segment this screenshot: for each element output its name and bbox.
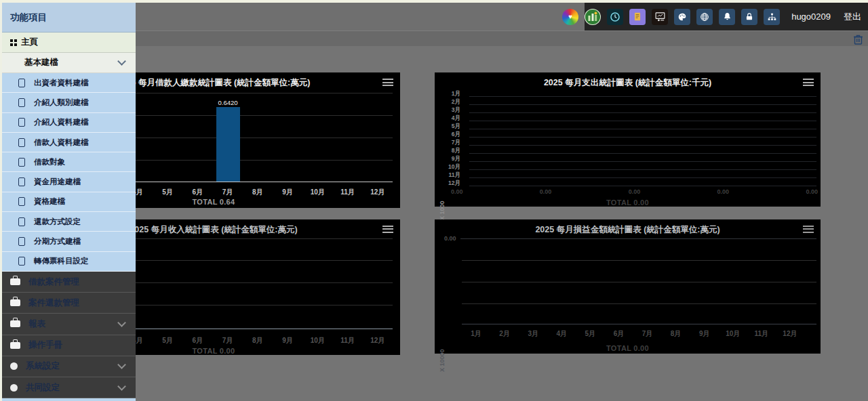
briefcase-icon: [10, 278, 20, 285]
x-tick-label: 0.00: [806, 188, 818, 195]
topbar-icons: ♥: [562, 9, 780, 25]
x-tick-label: 11月: [333, 188, 363, 197]
sidebar-item[interactable]: 介紹人資料建檔: [2, 113, 136, 133]
lock-icon[interactable]: [741, 9, 757, 25]
form-icon: [18, 79, 25, 87]
y-tick-label: 8月: [443, 147, 460, 154]
x-axis-labels: 1月2月3月4月5月6月7月8月9月10月11月12月: [462, 329, 804, 339]
scroll-icon[interactable]: [629, 9, 646, 25]
sidebar-item[interactable]: 還款方式設定: [2, 212, 136, 232]
x-tick-label: 8月: [662, 329, 690, 339]
sidebar-item[interactable]: 分期方式建檔: [2, 232, 136, 251]
chevron-down-icon: [117, 57, 126, 66]
x-tick-label: 12月: [363, 336, 393, 345]
chart-menu-icon[interactable]: [803, 79, 814, 86]
sidebar-item-label: 轉傳票科目設定: [34, 256, 89, 266]
x-tick-label: 0.00: [451, 188, 463, 195]
category-row: 9月: [443, 154, 816, 162]
sidebar-item[interactable]: 介紹人類別建檔: [2, 93, 136, 112]
y-tick-label: 1月: [443, 90, 460, 97]
x-tick-label: 12月: [776, 329, 804, 339]
briefcase-icon: [10, 342, 20, 349]
chart-total: TOTAL 0.00: [435, 198, 821, 207]
colorful-globe-icon[interactable]: ♥: [562, 9, 578, 25]
sidebar-item[interactable]: 主頁: [2, 33, 136, 53]
sidebar-item[interactable]: 操作手冊: [2, 335, 136, 356]
sidebar-item-label: 出資者資料建檔: [34, 78, 89, 88]
chart-menu-icon[interactable]: [382, 226, 393, 233]
sidebar-item-label: 共同設定: [26, 382, 60, 394]
x-tick-label: 2月: [490, 329, 519, 339]
chevron-down-icon: [117, 360, 126, 369]
category-row: 6月: [443, 129, 816, 138]
gridline: [469, 96, 816, 97]
sidebar-item[interactable]: 借款案件管理: [2, 272, 136, 293]
chart-title: 2025 每月損益金額統計圖表 (統計金額單位:萬元): [435, 224, 821, 236]
username[interactable]: hugo0209: [791, 12, 831, 22]
x-tick-label: 5月: [153, 188, 182, 197]
sitemap-icon[interactable]: [764, 9, 780, 25]
sidebar-item[interactable]: 借款對象: [2, 152, 136, 172]
x-tick-label: 8月: [243, 188, 273, 197]
x-tick-label: 1月: [462, 329, 490, 339]
sidebar-item-label: 主頁: [21, 37, 38, 48]
x-tick-label: 7月: [633, 329, 661, 339]
green-bank-icon[interactable]: [585, 9, 601, 25]
sidebar-item-label: 介紹人資料建檔: [34, 117, 89, 127]
sidebar-item[interactable]: 基本建檔: [2, 53, 136, 73]
y-tick-label: 4月: [443, 114, 460, 121]
sidebar-item[interactable]: 報表: [2, 314, 136, 335]
x-tick-label: 11月: [747, 329, 776, 339]
x-tick-label: 5月: [153, 336, 182, 345]
globe-icon[interactable]: [696, 9, 713, 25]
y-tick-label: 10月: [443, 163, 460, 170]
sidebar-item[interactable]: 借款人資料建檔: [2, 133, 136, 152]
briefcase-icon: [10, 320, 20, 327]
july-bar[interactable]: [216, 107, 240, 182]
category-row: 12月: [443, 178, 816, 186]
gridline: [469, 121, 816, 121]
palette-icon[interactable]: [674, 9, 690, 25]
category-row: 5月: [443, 121, 816, 129]
grid-icon: [10, 39, 13, 42]
chart-title: 2025 每月支出統計圖表 (統計金額單位:千元): [435, 77, 821, 89]
sidebar-item[interactable]: 資金用途建檔: [2, 172, 136, 192]
form-icon: [18, 257, 25, 266]
presentation-icon[interactable]: [652, 9, 668, 25]
form-icon: [18, 98, 25, 107]
logout-button[interactable]: 登出: [844, 11, 861, 23]
sidebar-title: 功能項目: [2, 3, 136, 33]
category-row: 4月: [443, 113, 816, 121]
category-row: 3月: [443, 105, 816, 113]
sidebar-item[interactable]: 轉傳票科目設定: [2, 252, 136, 272]
chevron-down-icon: [117, 382, 126, 391]
gridline: [469, 129, 816, 129]
bar-value-label: 0.6420: [216, 99, 240, 106]
bell-icon[interactable]: [719, 9, 735, 25]
x-tick-label: 0.00: [540, 188, 552, 195]
form-icon: [18, 138, 25, 147]
sidebar-item[interactable]: 出資者資料建檔: [2, 73, 136, 93]
y-tick-label: 2月: [443, 98, 460, 105]
gridline: [469, 169, 816, 170]
trash-icon[interactable]: [853, 34, 863, 45]
sidebar-item-label: 資金用途建檔: [34, 177, 81, 187]
clock-icon[interactable]: [607, 9, 623, 25]
category-row: 11月: [443, 170, 816, 178]
chart-menu-icon[interactable]: [382, 79, 393, 86]
sidebar-item[interactable]: 系統設定: [2, 356, 136, 377]
sidebar-item[interactable]: 資格建檔: [2, 192, 136, 212]
sidebar-item-label: 借款人資料建檔: [34, 138, 89, 148]
chart-menu-icon[interactable]: [803, 226, 814, 233]
gridline: [469, 145, 816, 146]
sidebar-item[interactable]: 共同設定: [2, 377, 136, 398]
y-tick-label: 12月: [443, 180, 460, 186]
gridline: [469, 104, 816, 105]
x-tick-label: 0.00: [717, 188, 730, 195]
x-tick-label: 3月: [519, 329, 547, 339]
sidebar-item[interactable]: 案件還款管理: [2, 293, 136, 314]
gridline: [469, 186, 816, 186]
category-row: 10月: [443, 162, 816, 170]
x-tick-label: 11月: [333, 336, 363, 345]
chart-total: TOTAL 0.00: [435, 344, 821, 352]
